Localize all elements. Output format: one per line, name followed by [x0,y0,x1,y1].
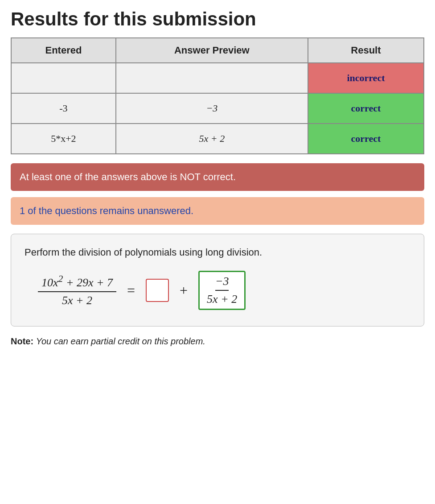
notice-unanswered: 1 of the questions remains unanswered. [11,197,424,225]
plus-sign: + [180,282,188,299]
left-fraction: 10x2 + 29x + 7 5x + 2 [38,273,116,307]
note-content: You can earn partial credit on this prob… [36,336,205,346]
answer-input-box[interactable] [146,279,169,302]
note-label: Note: [11,336,33,346]
results-table: Entered Answer Preview Result incorrect … [11,37,424,154]
result-cell-incorrect: incorrect [308,63,424,93]
col-header-result: Result [308,38,424,63]
notice-incorrect: At least one of the answers above is NOT… [11,163,424,191]
left-denominator: 5x + 2 [58,292,96,307]
col-header-preview: Answer Preview [116,38,308,63]
result-cell-correct: correct [308,93,424,124]
col-header-entered: Entered [11,38,116,63]
problem-instruction: Perform the division of polynomials usin… [25,247,410,258]
left-numerator: 10x2 + 29x + 7 [38,273,116,292]
entered-cell: -3 [11,93,116,124]
table-row: -3 −3 correct [11,93,424,124]
equation-area: 10x2 + 29x + 7 5x + 2 = + −3 5x + 2 [25,271,410,310]
problem-box: Perform the division of polynomials usin… [11,234,424,326]
page-title: Results for this submission [11,9,424,29]
fraction-denominator: 5x + 2 [207,293,237,306]
answer-fraction-box: −3 5x + 2 [198,271,246,310]
preview-cell [116,63,308,93]
fraction-numerator: −3 [215,275,229,291]
preview-cell: −3 [116,93,308,124]
entered-cell [11,63,116,93]
result-cell-correct: correct [308,124,424,154]
entered-cell: 5*x+2 [11,124,116,154]
note-paragraph: Note: You can earn partial credit on thi… [11,336,424,347]
equals-sign: = [127,282,135,299]
table-row: incorrect [11,63,424,93]
preview-cell: 5x + 2 [116,124,308,154]
table-row: 5*x+2 5x + 2 correct [11,124,424,154]
